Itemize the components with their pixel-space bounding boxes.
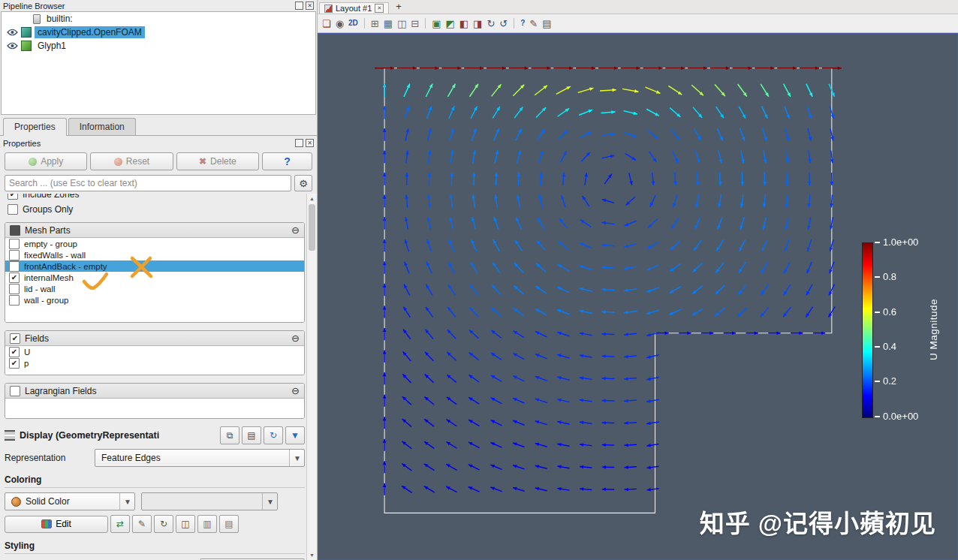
left-view-icon[interactable]: ◧ xyxy=(459,19,468,29)
reload-display-icon[interactable]: ↻ xyxy=(264,426,283,444)
pipeline-item-cavityclipped[interactable]: cavityClipped.OpenFOAM xyxy=(2,26,315,39)
visibility-eye-icon[interactable] xyxy=(6,42,18,50)
rescale-to-data-range-icon[interactable]: ⇄ xyxy=(110,515,130,533)
adjust-camera-icon[interactable]: ⊞ xyxy=(371,19,379,29)
visibility-eye-icon[interactable] xyxy=(6,29,18,36)
rescale-to-visible-icon[interactable]: ◫ xyxy=(176,515,195,533)
rotate-90-ccw-icon[interactable]: ↺ xyxy=(499,19,508,29)
properties-scroll-area: Include Zones Groups Only Mesh Parts ⊖ e… xyxy=(0,194,317,560)
field-row[interactable]: p xyxy=(5,357,304,369)
field-label: p xyxy=(24,359,29,368)
collapse-icon[interactable]: ⊖ xyxy=(291,225,300,235)
pipeline-tree: builtin: cavityClipped.OpenFOAM Glyph1 xyxy=(1,11,316,115)
help-button[interactable]: ? xyxy=(262,152,312,170)
pipeline-item-label: cavityClipped.OpenFOAM xyxy=(35,26,145,38)
layout-icon xyxy=(324,5,333,13)
checkbox[interactable] xyxy=(8,194,18,200)
edit-label: Edit xyxy=(56,519,71,529)
representation-value: Feature Edges xyxy=(101,453,161,463)
pipeline-item-label: builtin: xyxy=(44,13,76,25)
paste-display-icon[interactable]: ▤ xyxy=(242,426,261,444)
undock-icon[interactable] xyxy=(295,2,303,10)
mesh-parts-list: empty - group fixedWalls - wall frontAnd… xyxy=(5,238,304,322)
lagrangian-fields-header: Lagrangian Fields ⊖ xyxy=(5,384,304,399)
close-icon[interactable]: ✕ xyxy=(306,2,314,10)
new-layout-button[interactable]: + xyxy=(390,1,407,14)
tab-information[interactable]: Information xyxy=(68,118,136,135)
pipeline-item-glyph1[interactable]: Glyph1 xyxy=(2,39,315,53)
right-view-icon[interactable]: ◨ xyxy=(473,19,482,29)
checkbox[interactable] xyxy=(9,284,20,294)
gear-icon[interactable]: ⚙ xyxy=(294,175,312,191)
chevron-down-icon: ▼ xyxy=(289,450,301,466)
scrollbar[interactable]: ▲ ▼ xyxy=(306,194,317,560)
rotate-90-cw-icon[interactable]: ↻ xyxy=(487,19,495,29)
copy-display-icon[interactable]: ⧉ xyxy=(220,426,240,444)
field-row[interactable]: U xyxy=(5,346,304,357)
show-color-legend-icon[interactable]: ▤ xyxy=(219,515,239,533)
palette-icon xyxy=(41,519,52,528)
mesh-part-row[interactable]: lid - wall xyxy=(5,283,304,294)
scroll-up-icon[interactable]: ▲ xyxy=(309,194,315,203)
pipeline-item-builtin[interactable]: builtin: xyxy=(2,12,315,26)
edit-annotation-icon[interactable]: ✎ xyxy=(529,19,538,29)
groups-only-row[interactable]: Groups Only xyxy=(5,201,305,218)
scroll-down-icon[interactable]: ▼ xyxy=(309,550,315,559)
color-legend[interactable]: 1.0e+00 0.8 0.6 0.4 0.2 0.0e+00 xyxy=(862,242,958,417)
reset-button[interactable]: Reset xyxy=(90,152,173,170)
clipboard-icon[interactable]: ▤ xyxy=(542,19,551,29)
save-display-icon[interactable]: ▼ xyxy=(285,426,305,444)
back-view-icon[interactable]: ◩ xyxy=(446,19,455,29)
scrollbar-thumb[interactable] xyxy=(309,204,315,251)
camera-icon[interactable]: ◉ xyxy=(336,19,344,29)
coloring-row: Solid Color ▼ ▼ xyxy=(5,492,305,510)
split-vertical-icon[interactable]: ⊟ xyxy=(411,19,419,29)
checkbox[interactable] xyxy=(9,261,20,272)
snap-views-icon[interactable]: ▦ xyxy=(384,19,393,29)
checkbox[interactable] xyxy=(9,272,20,283)
checkbox[interactable] xyxy=(9,239,20,249)
help-icon[interactable]: ? xyxy=(520,20,525,27)
search-input[interactable] xyxy=(5,175,291,191)
checkbox[interactable] xyxy=(8,204,18,215)
checkbox[interactable] xyxy=(9,250,20,260)
choose-preset-icon[interactable]: ▥ xyxy=(197,515,217,533)
chevron-down-icon: ▼ xyxy=(262,493,274,510)
paraview-window: Pipeline Browser ✕ builtin: cavityClippe… xyxy=(0,0,958,560)
glyph-dataset-icon xyxy=(21,41,32,51)
include-zones-row[interactable]: Include Zones xyxy=(5,194,305,201)
mesh-part-row[interactable]: fixedWalls - wall xyxy=(5,249,304,260)
split-horizontal-icon[interactable]: ◫ xyxy=(397,19,406,29)
undock-icon[interactable] xyxy=(295,139,303,147)
tab-properties[interactable]: Properties xyxy=(3,118,67,136)
color-array-dropdown[interactable]: Solid Color ▼ xyxy=(5,492,135,510)
close-tab-icon[interactable]: ✕ xyxy=(375,4,384,13)
collapse-icon[interactable]: ⊖ xyxy=(291,333,300,343)
checkbox[interactable] xyxy=(10,225,20,236)
capture-screenshot-icon[interactable]: ❏ xyxy=(322,19,331,29)
front-view-icon[interactable]: ▣ xyxy=(432,19,441,29)
include-zones-label: Include Zones xyxy=(23,194,79,200)
checkbox[interactable] xyxy=(9,358,20,369)
edit-color-map-button[interactable]: Edit xyxy=(5,516,108,533)
mesh-part-row[interactable]: internalMesh xyxy=(5,272,304,283)
checkbox[interactable] xyxy=(9,347,20,357)
collapse-icon[interactable]: ⊖ xyxy=(291,386,300,396)
toggle-2d-icon[interactable]: 2D xyxy=(348,20,358,27)
apply-button[interactable]: Apply xyxy=(5,152,87,170)
close-icon[interactable]: ✕ xyxy=(306,139,314,147)
delete-button[interactable]: ✖ Delete xyxy=(176,152,259,170)
mesh-parts-header: Mesh Parts ⊖ xyxy=(5,223,304,238)
mesh-part-row[interactable]: empty - group xyxy=(5,238,304,249)
mesh-part-row[interactable]: frontAndBack - empty xyxy=(5,260,304,272)
checkbox[interactable] xyxy=(10,333,20,344)
representation-dropdown[interactable]: Feature Edges ▼ xyxy=(95,449,305,467)
checkbox[interactable] xyxy=(9,295,20,306)
mesh-part-label: empty - group xyxy=(24,239,77,248)
checkbox[interactable] xyxy=(10,386,20,396)
right-panel: Layout #1 ✕ + ❏◉2D⊞▦◫⊟▣◩◧◨↻↺?✎▤ 1.0e+00 … xyxy=(318,0,958,560)
mesh-part-row[interactable]: wall - group xyxy=(5,294,304,306)
rescale-over-time-icon[interactable]: ↻ xyxy=(154,515,173,533)
rescale-to-custom-range-icon[interactable]: ✎ xyxy=(132,515,152,533)
tab-layout1[interactable]: Layout #1 ✕ xyxy=(319,2,389,14)
